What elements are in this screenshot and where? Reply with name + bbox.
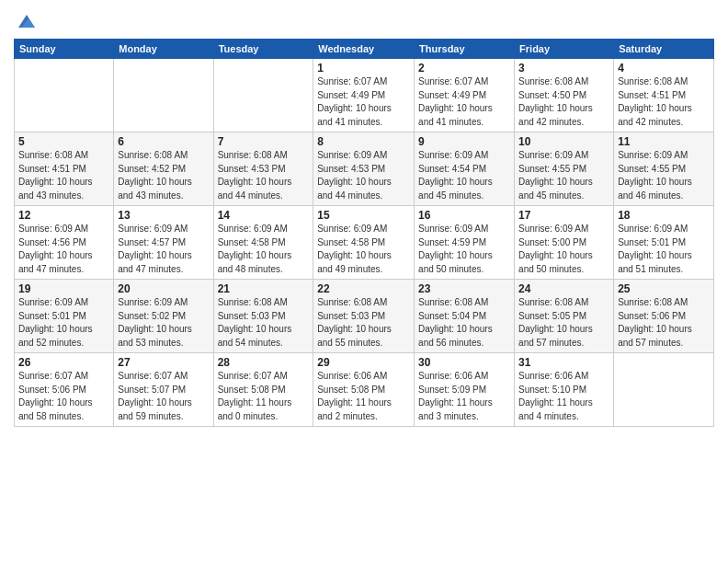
day-number: 15 [317, 209, 410, 222]
day-info: Sunrise: 6:09 AM Sunset: 5:01 PM Dayligh… [618, 223, 710, 276]
day-info: Sunrise: 6:09 AM Sunset: 4:58 PM Dayligh… [218, 223, 310, 276]
day-cell-7: 7Sunrise: 6:08 AM Sunset: 4:53 PM Daylig… [213, 132, 313, 206]
day-info: Sunrise: 6:08 AM Sunset: 5:04 PM Dayligh… [418, 296, 510, 350]
day-info: Sunrise: 6:09 AM Sunset: 4:59 PM Dayligh… [418, 223, 510, 276]
day-info: Sunrise: 6:08 AM Sunset: 5:03 PM Dayligh… [317, 296, 410, 350]
day-cell-21: 21Sunrise: 6:08 AM Sunset: 5:03 PM Dayli… [213, 280, 313, 353]
day-cell-14: 14Sunrise: 6:09 AM Sunset: 4:58 PM Dayli… [213, 206, 313, 280]
day-number: 7 [218, 135, 310, 148]
day-cell-29: 29Sunrise: 6:06 AM Sunset: 5:08 PM Dayli… [313, 353, 415, 427]
day-info: Sunrise: 6:08 AM Sunset: 5:06 PM Dayligh… [618, 296, 710, 350]
day-cell-15: 15Sunrise: 6:09 AM Sunset: 4:58 PM Dayli… [313, 206, 415, 280]
day-cell-23: 23Sunrise: 6:08 AM Sunset: 5:04 PM Dayli… [415, 280, 515, 353]
weekday-header-thursday: Thursday [415, 40, 515, 59]
day-info: Sunrise: 6:07 AM Sunset: 4:49 PM Dayligh… [317, 75, 410, 129]
day-info: Sunrise: 6:08 AM Sunset: 5:03 PM Dayligh… [218, 296, 310, 350]
day-info: Sunrise: 6:09 AM Sunset: 5:02 PM Dayligh… [118, 296, 209, 350]
day-info: Sunrise: 6:07 AM Sunset: 5:07 PM Dayligh… [118, 370, 209, 423]
day-cell-9: 9Sunrise: 6:09 AM Sunset: 4:54 PM Daylig… [415, 132, 515, 206]
day-number: 29 [317, 356, 410, 369]
day-number: 3 [518, 62, 609, 75]
week-row-1: 1Sunrise: 6:07 AM Sunset: 4:49 PM Daylig… [15, 59, 714, 132]
day-number: 18 [618, 209, 710, 222]
day-cell-5: 5Sunrise: 6:08 AM Sunset: 4:51 PM Daylig… [15, 132, 114, 206]
day-cell-8: 8Sunrise: 6:09 AM Sunset: 4:53 PM Daylig… [313, 132, 415, 206]
week-row-5: 26Sunrise: 6:07 AM Sunset: 5:06 PM Dayli… [15, 353, 714, 427]
day-info: Sunrise: 6:07 AM Sunset: 5:08 PM Dayligh… [218, 370, 310, 423]
week-row-2: 5Sunrise: 6:08 AM Sunset: 4:51 PM Daylig… [15, 132, 714, 206]
logo-icon [17, 11, 37, 31]
day-number: 22 [317, 282, 410, 295]
day-number: 6 [118, 135, 209, 148]
day-info: Sunrise: 6:08 AM Sunset: 4:51 PM Dayligh… [618, 75, 710, 129]
day-info: Sunrise: 6:06 AM Sunset: 5:10 PM Dayligh… [518, 370, 609, 423]
weekday-header-friday: Friday [515, 40, 614, 59]
day-number: 4 [618, 62, 710, 75]
day-cell-22: 22Sunrise: 6:08 AM Sunset: 5:03 PM Dayli… [313, 280, 415, 353]
day-info: Sunrise: 6:09 AM Sunset: 4:54 PM Dayligh… [418, 149, 510, 202]
day-info: Sunrise: 6:09 AM Sunset: 4:58 PM Dayligh… [317, 223, 410, 276]
day-number: 11 [618, 135, 710, 148]
day-info: Sunrise: 6:09 AM Sunset: 4:55 PM Dayligh… [518, 149, 609, 202]
weekday-header-sunday: Sunday [15, 40, 114, 59]
day-info: Sunrise: 6:06 AM Sunset: 5:08 PM Dayligh… [317, 370, 410, 423]
empty-cell [614, 353, 714, 427]
day-info: Sunrise: 6:07 AM Sunset: 5:06 PM Dayligh… [18, 370, 109, 423]
day-number: 23 [418, 282, 510, 295]
day-info: Sunrise: 6:07 AM Sunset: 4:49 PM Dayligh… [418, 75, 510, 129]
weekday-header-wednesday: Wednesday [313, 40, 415, 59]
week-row-3: 12Sunrise: 6:09 AM Sunset: 4:56 PM Dayli… [15, 206, 714, 280]
header [14, 9, 714, 31]
day-cell-27: 27Sunrise: 6:07 AM Sunset: 5:07 PM Dayli… [114, 353, 213, 427]
logo [14, 13, 37, 31]
day-cell-4: 4Sunrise: 6:08 AM Sunset: 4:51 PM Daylig… [614, 59, 714, 132]
day-number: 12 [18, 209, 109, 222]
day-number: 24 [518, 282, 609, 295]
day-info: Sunrise: 6:09 AM Sunset: 4:55 PM Dayligh… [618, 149, 710, 202]
day-cell-19: 19Sunrise: 6:09 AM Sunset: 5:01 PM Dayli… [15, 280, 114, 353]
day-cell-6: 6Sunrise: 6:08 AM Sunset: 4:52 PM Daylig… [114, 132, 213, 206]
day-info: Sunrise: 6:06 AM Sunset: 5:09 PM Dayligh… [418, 370, 510, 423]
day-cell-16: 16Sunrise: 6:09 AM Sunset: 4:59 PM Dayli… [415, 206, 515, 280]
day-info: Sunrise: 6:09 AM Sunset: 4:56 PM Dayligh… [18, 223, 109, 276]
day-cell-26: 26Sunrise: 6:07 AM Sunset: 5:06 PM Dayli… [15, 353, 114, 427]
empty-cell [114, 59, 213, 132]
day-cell-3: 3Sunrise: 6:08 AM Sunset: 4:50 PM Daylig… [515, 59, 614, 132]
day-info: Sunrise: 6:08 AM Sunset: 4:52 PM Dayligh… [118, 149, 209, 202]
day-cell-25: 25Sunrise: 6:08 AM Sunset: 5:06 PM Dayli… [614, 280, 714, 353]
day-cell-13: 13Sunrise: 6:09 AM Sunset: 4:57 PM Dayli… [114, 206, 213, 280]
day-number: 8 [317, 135, 410, 148]
day-number: 25 [618, 282, 710, 295]
day-info: Sunrise: 6:08 AM Sunset: 4:53 PM Dayligh… [218, 149, 310, 202]
day-info: Sunrise: 6:08 AM Sunset: 5:05 PM Dayligh… [518, 296, 609, 350]
day-number: 9 [418, 135, 510, 148]
day-cell-10: 10Sunrise: 6:09 AM Sunset: 4:55 PM Dayli… [515, 132, 614, 206]
day-cell-28: 28Sunrise: 6:07 AM Sunset: 5:08 PM Dayli… [213, 353, 313, 427]
day-cell-30: 30Sunrise: 6:06 AM Sunset: 5:09 PM Dayli… [415, 353, 515, 427]
day-cell-24: 24Sunrise: 6:08 AM Sunset: 5:05 PM Dayli… [515, 280, 614, 353]
day-cell-20: 20Sunrise: 6:09 AM Sunset: 5:02 PM Dayli… [114, 280, 213, 353]
calendar: SundayMondayTuesdayWednesdayThursdayFrid… [14, 39, 714, 427]
day-info: Sunrise: 6:08 AM Sunset: 4:50 PM Dayligh… [518, 75, 609, 129]
day-number: 17 [518, 209, 609, 222]
day-number: 31 [518, 356, 609, 369]
day-number: 1 [317, 62, 410, 75]
day-info: Sunrise: 6:09 AM Sunset: 5:00 PM Dayligh… [518, 223, 609, 276]
day-number: 2 [418, 62, 510, 75]
day-info: Sunrise: 6:09 AM Sunset: 4:57 PM Dayligh… [118, 223, 209, 276]
weekday-header-monday: Monday [114, 40, 213, 59]
day-info: Sunrise: 6:09 AM Sunset: 4:53 PM Dayligh… [317, 149, 410, 202]
day-cell-17: 17Sunrise: 6:09 AM Sunset: 5:00 PM Dayli… [515, 206, 614, 280]
day-number: 28 [218, 356, 310, 369]
day-cell-2: 2Sunrise: 6:07 AM Sunset: 4:49 PM Daylig… [415, 59, 515, 132]
empty-cell [15, 59, 114, 132]
day-cell-31: 31Sunrise: 6:06 AM Sunset: 5:10 PM Dayli… [515, 353, 614, 427]
day-number: 16 [418, 209, 510, 222]
day-number: 10 [518, 135, 609, 148]
day-cell-1: 1Sunrise: 6:07 AM Sunset: 4:49 PM Daylig… [313, 59, 415, 132]
page: SundayMondayTuesdayWednesdayThursdayFrid… [0, 0, 728, 563]
day-number: 14 [218, 209, 310, 222]
weekday-header-row: SundayMondayTuesdayWednesdayThursdayFrid… [15, 40, 714, 59]
day-number: 5 [18, 135, 109, 148]
empty-cell [213, 59, 313, 132]
